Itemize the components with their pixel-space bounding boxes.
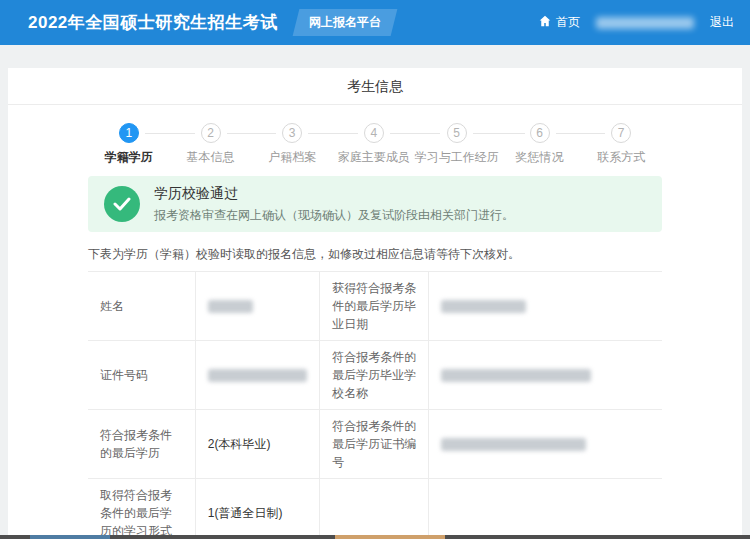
field-value-school-name: [428, 341, 662, 409]
step-lianxi-fangshi[interactable]: 7 联系方式: [580, 123, 662, 166]
field-value-last-degree: 2(本科毕业): [195, 410, 320, 478]
table-row: 取得符合报考条件的最后学历的学习形式 1(普通全日制): [88, 478, 662, 539]
redacted-value: [208, 300, 253, 313]
field-value-name: [195, 272, 320, 340]
home-icon: [539, 15, 551, 30]
table-row: 符合报考条件的最后学历 2(本科毕业) 符合报考条件的最后学历证书编号: [88, 409, 662, 478]
step-xueji-xueli[interactable]: 1 学籍学历: [88, 123, 170, 166]
platform-badge-label: 网上报名平台: [309, 14, 381, 31]
field-label-school-name: 符合报考条件的最后学历毕业学校名称: [319, 341, 428, 409]
field-value-study-form: 1(普通全日制): [195, 479, 320, 539]
candidate-info-card: 考生信息 1 学籍学历 2 基本信息 3 户籍档案 4 家庭主要成员 5 学习与…: [8, 68, 742, 539]
step-number-badge: 5: [447, 123, 467, 143]
education-info-table: 姓名 获得符合报考条件的最后学历毕业日期 证件号码 符合报考条件的最后学历毕业学…: [88, 271, 662, 539]
field-label-name: 姓名: [88, 272, 195, 340]
step-label: 学习与工作经历: [415, 149, 499, 166]
field-label-study-form: 取得符合报考条件的最后学历的学习形式: [88, 479, 195, 539]
app-header: 2022年全国硕士研究生招生考试 网上报名平台 首页 退出: [0, 0, 750, 45]
alert-description: 报考资格审查在网上确认（现场确认）及复试阶段由相关部门进行。: [154, 207, 514, 224]
app-title: 2022年全国硕士研究生招生考试: [28, 11, 278, 34]
redacted-value: [441, 300, 526, 313]
step-label: 学籍学历: [88, 149, 170, 166]
step-number-badge: 3: [282, 123, 302, 143]
table-row: 姓名 获得符合报考条件的最后学历毕业日期: [88, 271, 662, 340]
redacted-value: [441, 369, 591, 382]
step-label: 联系方式: [580, 149, 662, 166]
alert-title: 学历校验通过: [154, 185, 514, 203]
logout-link[interactable]: 退出: [710, 14, 734, 31]
step-xuexi-gongzuo[interactable]: 5 学习与工作经历: [415, 123, 499, 166]
platform-badge: 网上报名平台: [292, 9, 397, 36]
step-label: 户籍档案: [251, 149, 333, 166]
field-value-empty: [428, 479, 662, 539]
bottom-window-edge: [0, 535, 750, 539]
step-jiangcheng[interactable]: 6 奖惩情况: [499, 123, 581, 166]
field-label-certificate-no: 符合报考条件的最后学历证书编号: [319, 410, 428, 478]
step-number-badge: 7: [611, 123, 631, 143]
step-label: 家庭主要成员: [333, 149, 415, 166]
step-jiben-xinxi[interactable]: 2 基本信息: [170, 123, 252, 166]
edge-segment-blue: [30, 535, 110, 539]
field-value-certificate-no: [428, 410, 662, 478]
verification-success-alert: 学历校验通过 报考资格审查在网上确认（现场确认）及复试阶段由相关部门进行。: [88, 176, 662, 232]
step-jiating-chengyuan[interactable]: 4 家庭主要成员: [333, 123, 415, 166]
step-label: 奖惩情况: [499, 149, 581, 166]
step-number-badge: 6: [530, 123, 550, 143]
redacted-value: [441, 438, 586, 451]
step-number-badge: 1: [119, 123, 139, 143]
step-number-badge: 4: [364, 123, 384, 143]
field-label-empty: [319, 479, 428, 539]
field-label-last-degree: 符合报考条件的最后学历: [88, 410, 195, 478]
username-redacted: [596, 17, 694, 29]
success-check-icon: [104, 186, 140, 222]
table-row: 证件号码 符合报考条件的最后学历毕业学校名称: [88, 340, 662, 409]
wizard-stepper: 1 学籍学历 2 基本信息 3 户籍档案 4 家庭主要成员 5 学习与工作经历 …: [88, 123, 662, 166]
step-label: 基本信息: [170, 149, 252, 166]
step-number-badge: 2: [201, 123, 221, 143]
field-label-id-number: 证件号码: [88, 341, 195, 409]
alert-text: 学历校验通过 报考资格审查在网上确认（现场确认）及复试阶段由相关部门进行。: [154, 185, 514, 224]
edge-segment-tan: [335, 535, 445, 539]
step-huji-dangan[interactable]: 3 户籍档案: [251, 123, 333, 166]
field-label-grad-date: 获得符合报考条件的最后学历毕业日期: [319, 272, 428, 340]
page-title: 考生信息: [8, 68, 742, 105]
redacted-value: [208, 369, 308, 382]
home-link-label: 首页: [556, 14, 580, 31]
header-right: 首页 退出: [539, 14, 734, 31]
table-intro-text: 下表为学历（学籍）校验时读取的报名信息，如修改过相应信息请等待下次核对。: [88, 246, 662, 263]
field-value-id-number: [195, 341, 320, 409]
card-body: 1 学籍学历 2 基本信息 3 户籍档案 4 家庭主要成员 5 学习与工作经历 …: [8, 105, 742, 539]
home-link[interactable]: 首页: [539, 14, 580, 31]
field-value-grad-date: [428, 272, 662, 340]
